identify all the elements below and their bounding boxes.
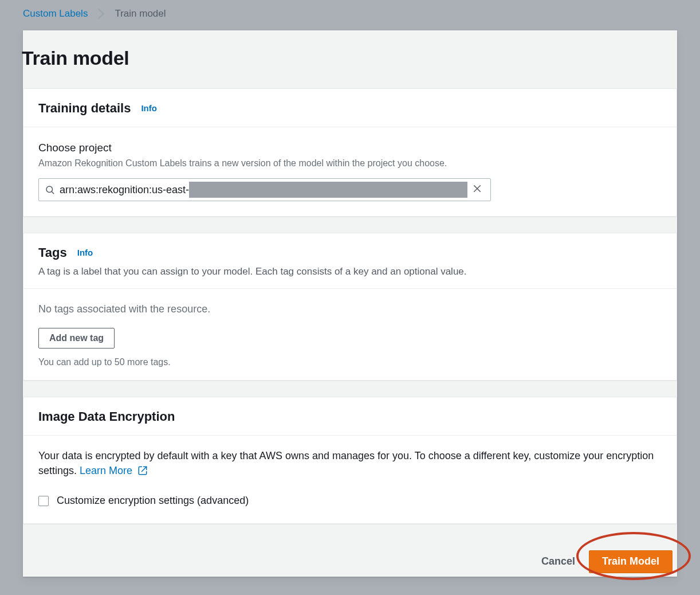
panel-tags: Tags Info A tag is a label that you can … — [23, 233, 677, 381]
tags-heading: Tags — [38, 244, 67, 262]
breadcrumb: Custom Labels Train model — [0, 5, 700, 30]
choose-project-input[interactable]: arn:aws:rekognition:us-east- — [38, 178, 491, 201]
search-icon — [45, 185, 55, 195]
panel-encryption: Image Data Encryption Your data is encry… — [23, 397, 677, 523]
panel-training-details: Training details Info Choose project Ama… — [23, 88, 677, 217]
project-arn-redacted — [189, 182, 467, 198]
encryption-learn-more-link[interactable]: Learn More — [80, 465, 148, 476]
encryption-description: Your data is encrypted by default with a… — [38, 448, 662, 478]
tags-description: A tag is a label that you can assign to … — [38, 265, 662, 279]
choose-project-label: Choose project — [38, 140, 662, 156]
breadcrumb-root-link[interactable]: Custom Labels — [23, 7, 88, 21]
training-details-info-link[interactable]: Info — [141, 102, 157, 115]
train-model-button[interactable]: Train Model — [589, 550, 673, 573]
customize-encryption-label: Customize encryption settings (advanced) — [57, 493, 249, 508]
close-icon — [472, 183, 482, 195]
choose-project-description: Amazon Rekognition Custom Labels trains … — [38, 156, 662, 170]
cancel-button[interactable]: Cancel — [541, 555, 575, 567]
customize-encryption-checkbox[interactable] — [38, 496, 49, 506]
encryption-heading: Image Data Encryption — [38, 408, 175, 426]
add-new-tag-button[interactable]: Add new tag — [38, 328, 115, 349]
customize-encryption-checkbox-row[interactable]: Customize encryption settings (advanced) — [38, 493, 662, 508]
tags-hint: You can add up to 50 more tags. — [38, 355, 662, 369]
tags-empty-text: No tags associated with the resource. — [38, 302, 662, 316]
footer-actions: Cancel Train Model — [23, 540, 677, 577]
clear-project-button[interactable] — [467, 180, 487, 199]
external-link-icon — [137, 465, 148, 476]
svg-line-1 — [52, 191, 53, 193]
tags-info-link[interactable]: Info — [77, 246, 93, 259]
chevron-right-icon — [98, 9, 104, 19]
project-arn-prefix: arn:aws:rekognition:us-east- — [60, 182, 189, 197]
svg-point-0 — [46, 186, 53, 193]
breadcrumb-current: Train model — [115, 7, 166, 21]
learn-more-label: Learn More — [80, 465, 132, 476]
main-container: Train model Training details Info Choose… — [23, 30, 677, 577]
training-details-heading: Training details — [38, 99, 131, 118]
page-title: Train model — [22, 44, 661, 72]
